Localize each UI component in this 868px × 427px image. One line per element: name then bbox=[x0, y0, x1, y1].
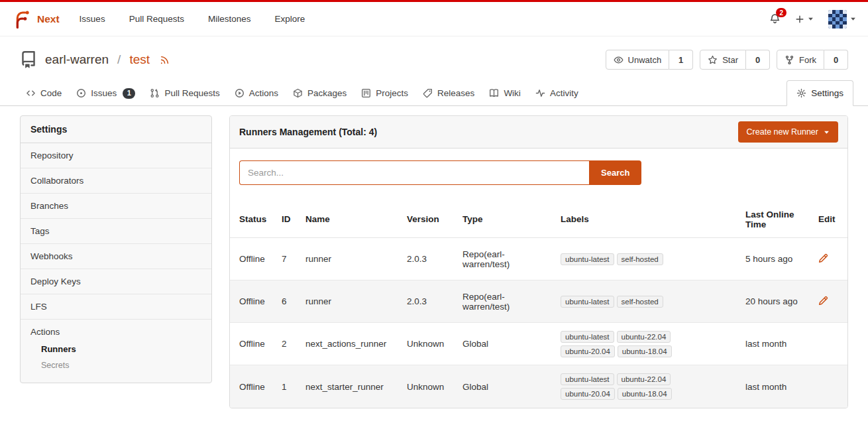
runners-table-body: Offline7runner2.0.3Repo(earl-warren/test… bbox=[230, 238, 847, 408]
sidebar-subitem-runners[interactable]: Runners bbox=[41, 341, 201, 357]
repo-name-link[interactable]: test bbox=[129, 52, 150, 67]
runners-table: StatusIDNameVersionTypeLabelsLast Online… bbox=[230, 201, 847, 408]
runner-label: self-hosted bbox=[617, 296, 663, 308]
sidebar-item-actions[interactable]: Actions bbox=[21, 320, 211, 341]
sidebar-item-lfs[interactable]: LFS bbox=[21, 294, 211, 320]
repo-tabs-bar: CodeIssues1Pull RequestsActionsPackagesP… bbox=[0, 78, 868, 106]
create-new-menu[interactable] bbox=[795, 15, 814, 24]
search-button[interactable]: Search bbox=[589, 160, 641, 185]
sidebar-item-webhooks[interactable]: Webhooks bbox=[21, 244, 211, 269]
tab-wiki[interactable]: Wiki bbox=[482, 82, 528, 105]
tab-settings[interactable]: Settings bbox=[787, 80, 853, 106]
runners-panel-header: Runners Management (Total: 4) Create new… bbox=[230, 116, 847, 149]
runners-table-header: StatusIDNameVersionTypeLabelsLast Online… bbox=[230, 201, 847, 238]
nav-item-issues[interactable]: Issues bbox=[80, 14, 105, 24]
notifications-button[interactable]: 2 bbox=[769, 13, 781, 25]
tab-issues[interactable]: Issues1 bbox=[69, 82, 142, 105]
runner-labels: ubuntu-latestubuntu-22.04ubuntu-20.04ubu… bbox=[561, 331, 677, 357]
sidebar-item-branches[interactable]: Branches bbox=[21, 194, 211, 219]
fork-label: Fork bbox=[799, 55, 816, 65]
pull-request-icon bbox=[150, 88, 160, 98]
runner-row: Offline7runner2.0.3Repo(earl-warren/test… bbox=[230, 238, 847, 280]
cell-status: Offline bbox=[239, 375, 282, 398]
runner-label: ubuntu-20.04 bbox=[561, 345, 615, 357]
cell-status: Offline bbox=[239, 332, 282, 355]
repo-tabs: CodeIssues1Pull RequestsActionsPackagesP… bbox=[19, 82, 586, 105]
tab-pull-requests[interactable]: Pull Requests bbox=[142, 82, 227, 105]
sidebar-item-repository[interactable]: Repository bbox=[21, 143, 211, 168]
cell-name: runner bbox=[305, 290, 407, 313]
tab-label: Issues bbox=[91, 88, 117, 98]
repo-action-unwatch: Unwatch1 bbox=[606, 50, 694, 70]
tab-packages[interactable]: Packages bbox=[286, 82, 354, 105]
settings-sidebar: Settings RepositoryCollaboratorsBranches… bbox=[20, 115, 212, 383]
tab-code[interactable]: Code bbox=[19, 82, 69, 105]
sidebar-item-collaborators[interactable]: Collaborators bbox=[21, 168, 211, 194]
tab-label: Activity bbox=[550, 88, 578, 98]
nav-item-pull-requests[interactable]: Pull Requests bbox=[129, 14, 184, 24]
caret-down-icon bbox=[808, 16, 814, 22]
star-button[interactable]: Star bbox=[700, 50, 746, 70]
runner-search-input[interactable] bbox=[239, 160, 589, 185]
runner-label: ubuntu-20.04 bbox=[561, 388, 615, 400]
runner-row: Offline1next_starter_runnerUnknownGlobal… bbox=[230, 365, 847, 408]
tab-projects[interactable]: Projects bbox=[354, 82, 415, 105]
repo-action-star: Star0 bbox=[700, 50, 770, 70]
repo-owner-link[interactable]: earl-warren bbox=[45, 52, 109, 67]
pulse-icon bbox=[535, 88, 545, 98]
cell-labels: ubuntu-latestubuntu-22.04ubuntu-20.04ubu… bbox=[561, 367, 745, 406]
repo-action-fork: Fork0 bbox=[777, 50, 848, 70]
plus-icon bbox=[795, 15, 804, 24]
cell-version: Unknown bbox=[407, 332, 462, 355]
sidebar-item-deploy-keys[interactable]: Deploy Keys bbox=[21, 269, 211, 294]
tab-actions[interactable]: Actions bbox=[227, 82, 286, 105]
unwatch-label: Unwatch bbox=[628, 55, 662, 65]
runner-label: ubuntu-latest bbox=[561, 253, 614, 265]
rss-icon bbox=[160, 55, 170, 65]
cell-last-online: last month bbox=[745, 375, 818, 398]
sidebar-subitem-secrets[interactable]: Secrets bbox=[41, 357, 201, 373]
nav-item-milestones[interactable]: Milestones bbox=[208, 14, 251, 24]
unwatch-count[interactable]: 1 bbox=[669, 50, 693, 70]
eye-icon bbox=[614, 55, 624, 65]
code-icon bbox=[26, 88, 36, 98]
unwatch-button[interactable]: Unwatch bbox=[606, 50, 670, 70]
rss-feed-button[interactable] bbox=[160, 55, 170, 65]
cell-edit bbox=[818, 337, 838, 351]
cell-type: Global bbox=[462, 332, 537, 355]
edit-runner-button[interactable] bbox=[818, 296, 828, 306]
tab-label: Releases bbox=[437, 88, 474, 98]
tab-activity[interactable]: Activity bbox=[528, 82, 586, 105]
cell-type: Global bbox=[462, 375, 537, 398]
sidebar-item-tags[interactable]: Tags bbox=[21, 219, 211, 244]
tab-label: Code bbox=[40, 88, 62, 98]
tab-releases[interactable]: Releases bbox=[415, 82, 482, 105]
runners-panel: Runners Management (Total: 4) Create new… bbox=[229, 115, 848, 408]
issues-count-badge: 1 bbox=[123, 88, 135, 99]
cell-name: runner bbox=[305, 247, 407, 271]
fork-count[interactable]: 0 bbox=[824, 50, 848, 70]
runner-row: Offline6runner2.0.3Repo(earl-warren/test… bbox=[230, 280, 847, 323]
create-runner-button[interactable]: Create new Runner bbox=[738, 121, 838, 143]
package-icon bbox=[293, 88, 303, 98]
play-icon bbox=[235, 88, 244, 98]
user-menu[interactable] bbox=[828, 10, 856, 29]
cell-status: Offline bbox=[239, 247, 282, 271]
runner-row: Offline2next_actions_runnerUnknownGlobal… bbox=[230, 323, 847, 365]
home-link[interactable]: Next bbox=[12, 9, 60, 29]
cell-last-online: 5 hours ago bbox=[745, 247, 818, 271]
brand-name: Next bbox=[37, 13, 60, 25]
runner-label: ubuntu-latest bbox=[561, 373, 614, 385]
cell-type: Repo(earl-warren/test) bbox=[462, 243, 537, 276]
cell-name: next_actions_runner bbox=[305, 332, 407, 355]
cell-status: Offline bbox=[239, 290, 282, 313]
nav-item-explore[interactable]: Explore bbox=[274, 14, 305, 24]
cell-id: 6 bbox=[282, 290, 305, 313]
fork-button[interactable]: Fork bbox=[777, 50, 824, 70]
settings-content: Settings RepositoryCollaboratorsBranches… bbox=[0, 106, 868, 427]
edit-runner-button[interactable] bbox=[818, 253, 828, 263]
star-count[interactable]: 0 bbox=[746, 50, 770, 70]
runner-label: ubuntu-22.04 bbox=[617, 373, 671, 385]
gear-icon bbox=[796, 88, 806, 98]
cell-version: Unknown bbox=[407, 375, 462, 398]
